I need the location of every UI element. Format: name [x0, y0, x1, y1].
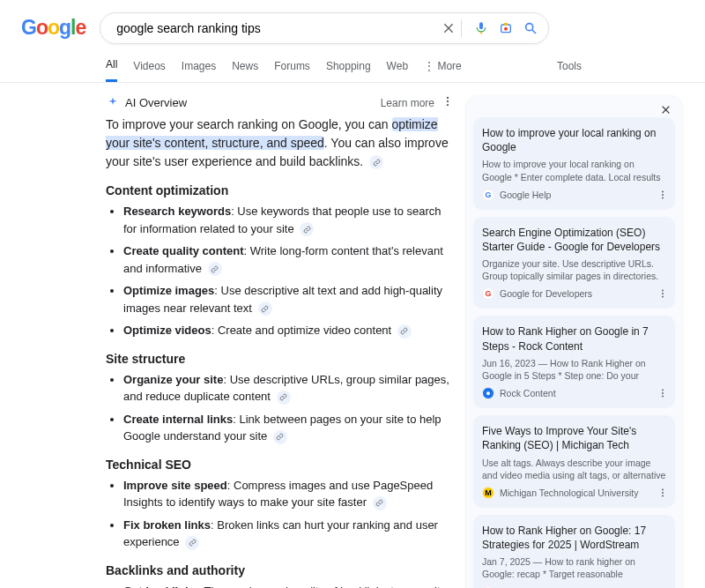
svg-point-20	[662, 390, 664, 391]
link-icon[interactable]	[369, 155, 383, 169]
overflow-icon[interactable]	[657, 388, 668, 401]
source-card[interactable]: How to Rank Higher on Google in 7 Steps …	[473, 316, 675, 408]
sources-panel: How to improve your local ranking on Goo…	[466, 95, 682, 588]
source-card[interactable]: How to improve your local ranking on Goo…	[473, 117, 675, 210]
list-item: Get backlinks: The number and quality of…	[123, 583, 454, 589]
google-logo[interactable]: Google	[21, 16, 85, 40]
learn-more-link[interactable]: Learn more	[381, 97, 434, 109]
close-icon[interactable]	[473, 102, 675, 117]
svg-point-15	[662, 194, 664, 196]
list-item: Create internal links: Link between page…	[123, 411, 454, 445]
divider	[461, 19, 462, 37]
source-title: How to Rank Higher on Google in 7 Steps …	[482, 324, 666, 353]
ai-overview-title: AI Overview	[125, 96, 187, 109]
svg-point-9	[447, 97, 449, 99]
link-icon[interactable]	[208, 262, 222, 276]
source-title: How to Rank Higher on Google: 17 Strateg…	[482, 524, 666, 552]
svg-point-7	[526, 24, 533, 31]
svg-point-21	[662, 392, 664, 394]
source-snippet: Organize your site. Use descriptive URLs…	[482, 257, 666, 282]
list-item: Research keywords: Use keywords that peo…	[123, 203, 454, 237]
source-card[interactable]: How to Rank Higher on Google: 17 Strateg…	[473, 515, 675, 588]
link-icon[interactable]	[373, 496, 387, 510]
tab-videos[interactable]: Videos	[133, 55, 165, 81]
search-icon[interactable]	[522, 19, 539, 37]
tab-shopping[interactable]: Shopping	[326, 55, 371, 81]
svg-point-18	[662, 293, 664, 294]
svg-line-8	[532, 30, 536, 33]
section-heading: Site structure	[106, 352, 454, 366]
source-title: Five Ways to Improve Your Site's Ranking…	[482, 424, 666, 452]
sparkle-icon	[106, 96, 120, 110]
svg-point-14	[662, 190, 664, 192]
list-item: Optimize images: Use descriptive alt tex…	[123, 282, 454, 316]
svg-point-23	[662, 488, 664, 490]
search-tabs: All Videos Images News Forums Shopping W…	[0, 44, 705, 83]
source-snippet: Jan 7, 2025 — How to rank higher on Goog…	[482, 555, 666, 580]
section-heading: Technical SEO	[106, 458, 454, 472]
source-name: Google Help	[500, 190, 551, 200]
overflow-icon[interactable]	[657, 288, 668, 301]
tab-news[interactable]: News	[232, 55, 258, 81]
link-icon[interactable]	[258, 301, 272, 316]
tab-more[interactable]: ⋮ More	[424, 55, 462, 81]
list-item: Organize your site: Use descriptive URLs…	[123, 371, 454, 406]
list-item: Create quality content: Write long-form …	[123, 242, 454, 277]
svg-point-11	[447, 104, 449, 106]
svg-rect-2	[479, 22, 483, 29]
link-icon[interactable]	[277, 391, 291, 405]
svg-point-5	[504, 27, 508, 31]
source-snippet: Use alt tags. Always describe your image…	[482, 457, 666, 481]
source-title: Search Engine Optimization (SEO) Starter…	[482, 226, 666, 254]
svg-point-17	[662, 290, 664, 292]
header: Google	[0, 0, 705, 44]
tab-images[interactable]: Images	[182, 55, 216, 81]
source-name: Michigan Technological University	[500, 488, 638, 498]
tab-tools[interactable]: Tools	[557, 55, 582, 81]
list-item: Fix broken links: Broken links can hurt …	[123, 517, 454, 551]
overflow-icon[interactable]	[657, 190, 668, 203]
favicon: G	[482, 287, 494, 300]
link-icon[interactable]	[300, 222, 314, 236]
svg-point-25	[662, 495, 664, 496]
favicon: ●	[482, 387, 494, 399]
overflow-icon[interactable]	[657, 488, 668, 501]
link-icon[interactable]	[185, 536, 199, 550]
search-input[interactable]	[115, 20, 433, 36]
mic-icon[interactable]	[472, 19, 490, 37]
svg-point-16	[662, 197, 664, 198]
lens-icon[interactable]	[497, 19, 515, 37]
search-box[interactable]	[100, 12, 549, 44]
overflow-icon[interactable]	[442, 95, 454, 110]
source-title: How to improve your local ranking on Goo…	[482, 126, 666, 154]
section-heading: Backlinks and authority	[106, 563, 454, 577]
tab-web[interactable]: Web	[387, 55, 408, 81]
source-snippet: Jun 16, 2023 — How to Rank Higher on Goo…	[482, 357, 666, 382]
link-icon[interactable]	[273, 430, 287, 444]
list-item: Optimize videos: Create and optimize vid…	[123, 322, 454, 339]
section-heading: Content optimization	[106, 183, 454, 197]
ai-intro-text: To improve your search ranking on Google…	[106, 115, 454, 171]
favicon: G	[482, 189, 494, 201]
link-icon[interactable]	[397, 324, 412, 339]
source-card[interactable]: Search Engine Optimization (SEO) Starter…	[473, 217, 675, 309]
clear-icon[interactable]	[440, 19, 457, 37]
list-item: Improve site speed: Compress images and …	[123, 477, 454, 511]
svg-point-24	[662, 492, 664, 494]
svg-rect-6	[504, 23, 508, 26]
favicon: M	[482, 487, 494, 499]
source-snippet: How to improve your local ranking on Goo…	[482, 158, 666, 182]
svg-point-22	[662, 396, 664, 398]
source-name: Rock Content	[500, 388, 556, 398]
tab-all[interactable]: All	[106, 53, 117, 82]
tab-forums[interactable]: Forums	[274, 55, 310, 81]
source-card[interactable]: Five Ways to Improve Your Site's Ranking…	[473, 415, 675, 508]
svg-point-19	[662, 296, 664, 298]
ai-overview: AI Overview Learn more To improve your s…	[106, 95, 454, 588]
svg-point-10	[447, 100, 449, 102]
source-name: Google for Developers	[500, 288, 592, 299]
